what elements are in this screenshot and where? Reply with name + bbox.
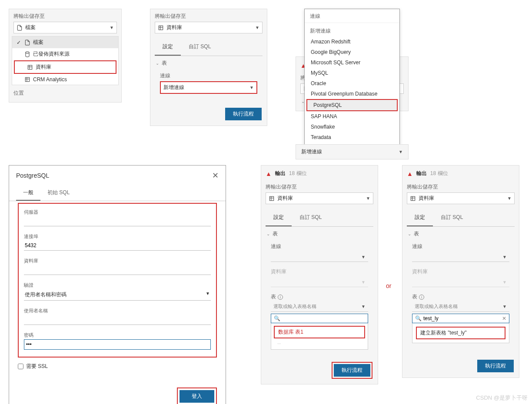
table-search[interactable]: 🔍 ✕: [412, 314, 509, 323]
table-section[interactable]: ⌄ 表: [150, 56, 267, 70]
table-section[interactable]: ⌄ 表: [261, 227, 378, 241]
cylinder-icon: [24, 51, 30, 57]
conn-mysql[interactable]: MySQL: [305, 68, 399, 78]
conn-snowflake[interactable]: Snowflake: [305, 122, 399, 132]
run-flow-button[interactable]: 執行流程: [225, 108, 262, 120]
connection-select[interactable]: ▼: [271, 252, 368, 262]
caret-down-icon: ▼: [502, 304, 507, 309]
table-search-input[interactable]: [282, 315, 365, 321]
table-field-label: 表: [271, 293, 276, 301]
ssl-checkbox[interactable]: [18, 364, 23, 369]
output-label: 輸出: [416, 170, 427, 177]
connection-dropdown: 連線 新增連線 Amazon Redshift Google BigQuery …: [304, 9, 400, 156]
caret-down-icon: ▼: [255, 25, 259, 30]
db-select[interactable]: ▼: [412, 277, 509, 287]
caret-down-icon: ▼: [399, 149, 403, 154]
connection-select[interactable]: ▼: [412, 252, 509, 262]
tab-settings[interactable]: 設定: [155, 39, 181, 56]
database-input[interactable]: [24, 265, 211, 275]
output-type-select[interactable]: 資料庫 ▼: [266, 192, 373, 204]
tab-sql[interactable]: 自訂 SQL: [181, 39, 219, 56]
db-select[interactable]: ▼: [271, 277, 368, 287]
table-search-input[interactable]: [423, 315, 500, 321]
tab-sql[interactable]: 自訂 SQL: [292, 209, 329, 226]
output-label: 輸出: [275, 170, 286, 177]
conn-redshift[interactable]: Amazon Redshift: [305, 36, 399, 47]
fields-count: 18 欄位: [289, 170, 307, 177]
conn-oracle[interactable]: Oracle: [305, 78, 399, 89]
option-crm[interactable]: CRM Analytics: [12, 74, 118, 85]
conn-greenplum[interactable]: Pivotal Greenplum Database: [305, 89, 399, 99]
database-icon: [269, 195, 275, 202]
dialog-title: PostgreSQL: [16, 172, 49, 179]
password-label: 密碼: [24, 332, 211, 338]
tab-settings[interactable]: 設定: [407, 209, 433, 226]
create-table-option[interactable]: 建立新表格 "test_ly": [416, 327, 505, 339]
caret-down-icon: ▼: [110, 25, 114, 30]
select-value: 資料庫: [419, 195, 434, 202]
clear-icon[interactable]: ✕: [502, 315, 506, 321]
postgresql-dialog: PostgreSQL ✕ 一般 初始 SQL 伺服器 連接埠 資料庫 驗證 使用…: [9, 165, 226, 404]
database-icon: [27, 64, 33, 70]
run-flow-button[interactable]: 執行流程: [334, 364, 370, 377]
chevron-down-icon: ⌄: [408, 232, 411, 236]
caret-down-icon: ▼: [507, 196, 512, 201]
new-conn-select[interactable]: 新增連線 ▼: [296, 145, 408, 159]
auth-select[interactable]: 使用者名稱和密碼 ▼: [24, 289, 211, 301]
username-input[interactable]: [24, 315, 211, 325]
tab-initsql[interactable]: 初始 SQL: [40, 185, 76, 201]
port-input[interactable]: [24, 241, 211, 251]
ssl-label: 需要 SSL: [26, 363, 48, 370]
auth-value: 使用者名稱和密碼: [25, 291, 66, 298]
table-search[interactable]: 🔍: [271, 314, 368, 323]
output-type-select[interactable]: 資料庫 ▼: [407, 192, 515, 204]
new-conn-header: 新增連線: [305, 26, 399, 36]
option-database[interactable]: 資料庫: [14, 60, 116, 74]
database-icon: [410, 195, 416, 202]
svg-rect-11: [269, 196, 273, 200]
table-label: 表: [162, 60, 167, 67]
info-icon: i: [278, 295, 283, 300]
password-input[interactable]: [24, 339, 211, 350]
conn-postgresql[interactable]: PostgreSQL: [306, 99, 398, 111]
output-panel-1: ▲ 輸出 18 欄位 將輸出儲存至 資料庫 ▼ 設定 自訂 SQL ⌄ 表 連線…: [261, 165, 378, 384]
conn-saphana[interactable]: SAP HANA: [305, 111, 399, 122]
tab-settings[interactable]: 設定: [266, 209, 292, 226]
server-input[interactable]: [24, 216, 211, 226]
option-label: 已發佈資料來源: [33, 50, 70, 58]
close-icon[interactable]: ✕: [212, 171, 219, 180]
conn-bigquery[interactable]: Google BigQuery: [305, 47, 399, 57]
run-flow-button[interactable]: 執行流程: [477, 360, 514, 372]
select-value: 資料庫: [166, 24, 182, 31]
conn-mssql[interactable]: Microsoft SQL Server: [305, 57, 399, 68]
option-published[interactable]: 已發佈資料來源: [12, 48, 118, 60]
search-results: 建立新表格 "test_ly": [412, 323, 509, 343]
conn-teradata[interactable]: Teradata: [305, 132, 399, 142]
username-label: 使用者名稱: [24, 308, 211, 314]
tab-general[interactable]: 一般: [16, 185, 40, 201]
output-type-select[interactable]: 檔案 ▼: [13, 22, 117, 33]
file-icon: [17, 25, 23, 31]
db-label: 資料庫: [412, 268, 509, 275]
result-item[interactable]: 数据库 表1: [274, 326, 365, 338]
tab-sql[interactable]: 自訂 SQL: [433, 209, 471, 226]
connection-label: 連線: [271, 243, 368, 250]
table-select[interactable]: 選取或輸入表格名稱 ▼: [271, 301, 368, 312]
connection-label: 連線: [412, 243, 509, 250]
option-label: 檔案: [33, 39, 43, 46]
caret-down-icon: ▼: [361, 255, 366, 259]
table-section[interactable]: ⌄ 表: [402, 227, 519, 241]
option-file[interactable]: ✓ 檔案: [12, 36, 118, 48]
svg-rect-4: [25, 77, 29, 81]
connection-header: 連線: [305, 9, 399, 21]
table-select[interactable]: 選取或輸入表格名稱 ▼: [412, 301, 509, 312]
login-button[interactable]: 登入: [180, 390, 214, 403]
connection-list: Amazon Redshift Google BigQuery Microsof…: [305, 36, 399, 153]
table-label: 表: [414, 230, 419, 238]
output-type-select[interactable]: 資料庫 ▼: [155, 22, 263, 33]
connection-select[interactable]: 新增連線 ▼: [160, 81, 257, 94]
or-text: or: [386, 282, 391, 289]
database-icon: [158, 25, 164, 31]
database-label: 資料庫: [24, 258, 211, 264]
save-to-label: 將輸出儲存至: [13, 13, 117, 20]
